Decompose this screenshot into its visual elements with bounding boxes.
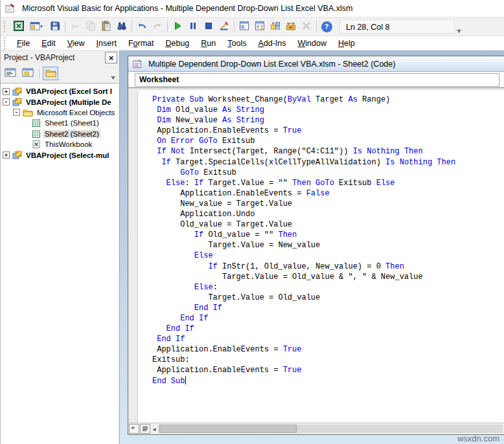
save-button[interactable] (47, 19, 63, 34)
menu-format[interactable]: Format (122, 38, 160, 49)
menu-debug[interactable]: Debug (159, 38, 195, 49)
code-window-combo-band: Worksheet (128, 72, 504, 87)
tree-item-sheet1[interactable]: Sheet1 (Sheet1) (1, 118, 119, 128)
view-object-button[interactable] (20, 67, 36, 80)
chevron-down-icon: ▾ (112, 76, 115, 80)
object-browser-button[interactable] (268, 19, 283, 34)
worksheet-icon (32, 129, 41, 139)
watermark: wsxdn.com (457, 434, 499, 443)
pause-icon (188, 21, 198, 33)
menu-file[interactable]: File (11, 38, 36, 49)
help-button[interactable]: ? (319, 19, 334, 34)
code-line: Dim New_value As String (152, 115, 504, 126)
properties-window-icon (255, 21, 265, 33)
standard-toolbar: ▾ ✂ (1, 17, 504, 36)
object-dropdown[interactable]: Worksheet (135, 73, 499, 87)
undo-button[interactable] (134, 19, 150, 34)
chevron-down-icon[interactable]: ▾ (39, 24, 44, 29)
stop-icon (203, 21, 214, 33)
tree-item-vbaproject-excel-sort[interactable]: + VBAProject (Excel Sort I (1, 86, 119, 96)
tree-item-sheet2[interactable]: Sheet2 (Sheet2) (1, 129, 119, 139)
view-code-button[interactable] (3, 67, 18, 80)
text-caret (185, 376, 186, 384)
title-bar: Microsoft Visual Basic for Applications … (1, 0, 504, 17)
code-line: Else: If Target.Value = "" Then GoTo Exi… (152, 178, 504, 188)
code-line: Else: (152, 282, 504, 293)
code-line: If Not Intersect(Target, Range("C4:C11")… (152, 146, 504, 157)
chevron-down-icon: ▾ (458, 30, 461, 34)
code-line: Application.Undo (152, 209, 504, 219)
code-line: Application.EnableEvents = True (152, 126, 504, 136)
design-mode-button[interactable] (216, 19, 232, 34)
panel-toolbar-separator (39, 69, 40, 79)
run-button[interactable] (170, 19, 185, 34)
menu-window[interactable]: Window (292, 38, 332, 49)
code-window-title: Multiple Dependent Drop-Down List Excel … (148, 60, 395, 69)
code-window: Multiple Dependent Drop-Down List Excel … (128, 56, 504, 435)
menu-insert[interactable]: Insert (91, 38, 122, 49)
menu-tools[interactable]: Tools (222, 38, 252, 49)
properties-window-button[interactable] (252, 19, 268, 34)
code-line: Application.EnableEvents = True (152, 344, 504, 355)
code-window-title-bar[interactable]: Multiple Dependent Drop-Down List Excel … (128, 56, 504, 72)
undo-icon (137, 21, 147, 33)
toggle-folders-button[interactable] (43, 67, 58, 80)
expand-minus-icon[interactable]: - (13, 109, 20, 116)
menu-bar: File Edit View Insert Format Debug Run T… (1, 36, 504, 50)
toolbox-icon (286, 21, 296, 33)
expand-plus-icon[interactable]: + (3, 151, 10, 159)
worksheet-icon (32, 118, 41, 128)
crossed-tools-icon (301, 21, 312, 33)
code-line: Target.Value = New_value (152, 240, 504, 250)
margin-indicator-bar[interactable] (128, 91, 138, 423)
mdi-background: Multiple Dependent Drop-Down List Excel … (120, 50, 504, 444)
tree-item-vbaproject-multiple-de[interactable]: - VBAProject (Multiple De (1, 96, 119, 107)
toolbar-drag-handle[interactable] (4, 21, 8, 32)
menu-run[interactable]: Run (195, 38, 222, 49)
run-icon (172, 21, 183, 33)
find-binoculars-icon (117, 21, 127, 33)
folder-icon (45, 69, 56, 79)
full-module-view-button[interactable] (140, 424, 150, 434)
scroll-left-icon[interactable]: ◂ (150, 426, 158, 432)
horizontal-scrollbar[interactable] (158, 425, 503, 433)
toolbar-options-button[interactable]: ▾ (455, 18, 463, 36)
project-panel-toolbar: ▾ (1, 65, 119, 82)
toolbox-button[interactable] (283, 19, 299, 34)
menu-add-ins[interactable]: Add-Ins (252, 38, 292, 49)
insert-userform-button[interactable]: ▾ (27, 19, 47, 34)
code-line: End If (152, 324, 504, 334)
expand-plus-icon[interactable]: + (3, 88, 10, 95)
code-line: End If (152, 334, 504, 344)
menubar-drag-handle[interactable] (4, 38, 8, 49)
tree-item-thisworkbook[interactable]: ThisWorkbook (1, 139, 119, 150)
menu-view[interactable]: View (62, 38, 91, 49)
project-panel-title: Project - VBAProject (4, 53, 105, 62)
expand-minus-icon[interactable]: - (3, 98, 10, 105)
horizontal-scrollbar-thumb[interactable] (159, 425, 297, 433)
code-line: End If (152, 313, 504, 324)
code-text[interactable]: Private Sub Worksheet_Change(ByVal Targe… (138, 91, 504, 423)
project-panel-header: Project - VBAProject × (1, 50, 119, 65)
tree-item-vbaproject-select-mul[interactable]: + VBAProject (Select-mul (1, 150, 119, 160)
view-microsoft-excel-button[interactable] (11, 19, 27, 34)
procedure-view-button[interactable] (129, 424, 139, 434)
panel-options-button[interactable]: ▾ (109, 65, 117, 82)
tree-item-label: ThisWorkbook (43, 140, 93, 148)
project-explorer-button[interactable] (236, 19, 252, 34)
menu-edit[interactable]: Edit (36, 38, 62, 49)
tree-item-microsoft-excel-objects[interactable]: - Microsoft Excel Objects (1, 107, 119, 118)
close-icon[interactable]: × (105, 52, 117, 63)
find-button[interactable] (114, 19, 130, 34)
reset-button[interactable] (201, 19, 216, 34)
menu-help[interactable]: Help (332, 38, 361, 49)
break-button[interactable] (185, 19, 201, 34)
window-title: Microsoft Visual Basic for Applications … (22, 4, 352, 13)
toolbar-separator (65, 21, 65, 32)
view-code-icon (5, 68, 16, 79)
vba-project-icon (12, 151, 22, 159)
toolbar-separator (132, 21, 132, 32)
paste-button[interactable] (98, 19, 114, 34)
cut-icon: ✂ (71, 21, 79, 32)
code-line: Exitsub: (152, 355, 504, 365)
